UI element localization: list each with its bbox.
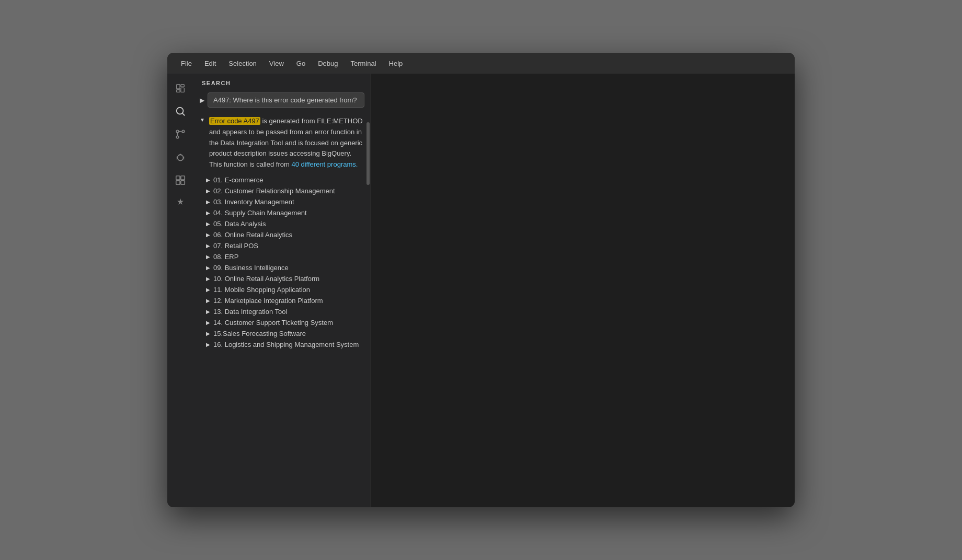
- tree-arrow-icon: ▶: [206, 298, 210, 304]
- svg-line-15: [184, 159, 185, 159]
- tree-arrow-icon: ▶: [206, 320, 210, 325]
- svg-point-4: [177, 108, 184, 114]
- scrollbar-track[interactable]: [365, 112, 371, 507]
- tree-list: ▶01. E-commerce▶02. Customer Relationshi…: [193, 174, 371, 350]
- menu-view[interactable]: View: [264, 57, 289, 69]
- explorer-icon[interactable]: [170, 78, 191, 99]
- programs-link[interactable]: 40 different programs.: [291, 160, 358, 168]
- main-editor-panel: [371, 74, 795, 507]
- tree-item[interactable]: ▶02. Customer Relationship Management: [193, 185, 371, 196]
- menu-file[interactable]: File: [176, 57, 197, 69]
- tree-arrow-icon: ▶: [206, 177, 210, 183]
- result-text: Error code A497 is generated from FILE:M…: [207, 116, 364, 170]
- tree-arrow-icon: ▶: [206, 232, 210, 238]
- highlight-text: Error code A497: [209, 117, 260, 125]
- expand-arrow-icon[interactable]: ▶: [200, 97, 204, 104]
- tree-item[interactable]: ▶16. Logistics and Shipping Management S…: [193, 339, 371, 350]
- tree-arrow-icon: ▶: [206, 243, 210, 249]
- search-activity-icon[interactable]: [170, 101, 191, 122]
- svg-point-10: [178, 155, 184, 160]
- tree-item[interactable]: ▶09. Business Intelligence: [193, 262, 371, 273]
- tree-arrow-icon: ▶: [206, 254, 210, 260]
- menu-go[interactable]: Go: [291, 57, 311, 69]
- collapse-icon[interactable]: ▼: [200, 117, 205, 123]
- tree-item[interactable]: ▶12. Marketplace Integration Platform: [193, 295, 371, 306]
- tree-item[interactable]: ▶05. Data Analysis: [193, 218, 371, 229]
- menu-selection[interactable]: Selection: [223, 57, 261, 69]
- app-window: File Edit Selection View Go Debug Termin…: [167, 53, 795, 507]
- tree-arrow-icon: ▶: [206, 199, 210, 205]
- source-control-icon[interactable]: [170, 124, 191, 145]
- menu-help[interactable]: Help: [384, 57, 408, 69]
- svg-rect-0: [177, 85, 180, 89]
- debug-icon[interactable]: [170, 147, 191, 168]
- search-wrapper: ▶: [193, 90, 371, 112]
- svg-rect-2: [181, 88, 184, 92]
- tree-arrow-icon: ▶: [206, 309, 210, 314]
- sidebar: SEARCH ▶ ▼ Error code A497 is generated …: [193, 74, 371, 507]
- tree-item[interactable]: ▶13. Data Integration Tool: [193, 306, 371, 317]
- tree-item[interactable]: ▶08. ERP: [193, 251, 371, 262]
- activity-bar: [167, 74, 193, 507]
- menu-debug[interactable]: Debug: [313, 57, 343, 69]
- tree-arrow-icon: ▶: [206, 188, 210, 194]
- svg-line-5: [182, 113, 185, 115]
- tree-item[interactable]: ▶07. Retail POS: [193, 240, 371, 251]
- tree-arrow-icon: ▶: [206, 331, 210, 336]
- menu-edit[interactable]: Edit: [199, 57, 221, 69]
- menu-terminal[interactable]: Terminal: [345, 57, 381, 69]
- copilot-icon[interactable]: [170, 193, 191, 214]
- svg-rect-1: [181, 85, 184, 87]
- results-area[interactable]: ▼ Error code A497 is generated from FILE…: [193, 112, 371, 507]
- svg-point-6: [176, 130, 179, 133]
- svg-line-14: [177, 159, 178, 159]
- svg-rect-16: [176, 176, 180, 180]
- tree-item[interactable]: ▶01. E-commerce: [193, 174, 371, 185]
- menu-bar: File Edit Selection View Go Debug Termin…: [167, 53, 795, 74]
- tree-item[interactable]: ▶11. Mobile Shopping Application: [193, 284, 371, 295]
- tree-item[interactable]: ▶15.Sales Forecasting Software: [193, 328, 371, 339]
- tree-item[interactable]: ▶06. Online Retail Analytics: [193, 229, 371, 240]
- svg-point-7: [176, 136, 179, 138]
- search-input[interactable]: [208, 92, 364, 108]
- sidebar-header: SEARCH: [193, 74, 371, 90]
- svg-rect-19: [181, 181, 185, 184]
- tree-arrow-icon: ▶: [206, 265, 210, 271]
- tree-item[interactable]: ▶14. Customer Support Ticketing System: [193, 317, 371, 328]
- extensions-icon[interactable]: [170, 170, 191, 191]
- svg-rect-17: [181, 176, 185, 180]
- scrollbar-thumb[interactable]: [367, 122, 370, 185]
- tree-arrow-icon: ▶: [206, 276, 210, 282]
- result-block: ▼ Error code A497 is generated from FILE…: [193, 112, 371, 174]
- tree-item[interactable]: ▶04. Supply Chain Management: [193, 207, 371, 218]
- tree-item[interactable]: ▶10. Online Retail Analytics Platform: [193, 273, 371, 284]
- tree-arrow-icon: ▶: [206, 342, 210, 347]
- tree-arrow-icon: ▶: [206, 210, 210, 216]
- svg-rect-3: [177, 90, 180, 92]
- main-content: SEARCH ▶ ▼ Error code A497 is generated …: [167, 74, 795, 507]
- tree-arrow-icon: ▶: [206, 287, 210, 293]
- tree-item[interactable]: ▶03. Inventory Management: [193, 196, 371, 207]
- tree-arrow-icon: ▶: [206, 221, 210, 227]
- svg-rect-18: [176, 181, 180, 184]
